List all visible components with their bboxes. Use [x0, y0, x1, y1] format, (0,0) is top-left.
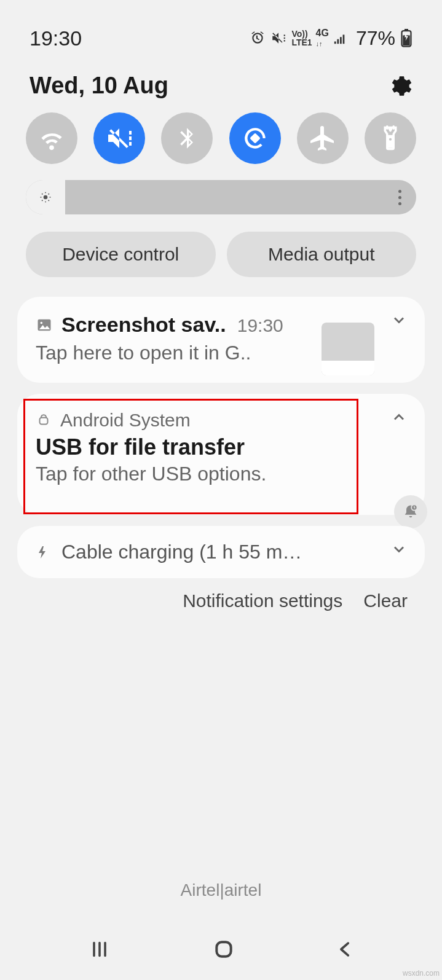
chevron-down-icon[interactable] [390, 312, 408, 329]
flashlight-toggle[interactable] [365, 112, 416, 164]
media-output-button[interactable]: Media output [227, 232, 417, 277]
gear-icon[interactable] [387, 73, 412, 99]
carrier-label: Airtel|airtel [0, 880, 442, 900]
notification-list: Screenshot sav.. 19:30 Tap here to open … [0, 277, 442, 578]
alarm-icon [250, 30, 266, 46]
battery-percent: 77% [356, 27, 395, 50]
flashlight-icon [377, 123, 403, 153]
chevron-down-icon[interactable] [390, 541, 408, 558]
svg-rect-17 [40, 418, 48, 425]
brightness-slider[interactable] [26, 180, 416, 214]
svg-point-5 [389, 138, 392, 141]
notification-actions: Notification settings Clear [0, 578, 442, 611]
date-row: Wed, 10 Aug [0, 61, 442, 104]
brightness-menu-icon[interactable] [398, 190, 401, 205]
battery-charging-icon [400, 29, 412, 47]
bell-history-icon [402, 503, 419, 520]
bluetooth-icon [175, 123, 199, 153]
notification-time: 19:30 [237, 315, 283, 336]
status-indicators: Vo))LTE1 4G↓↑ 77% [250, 27, 412, 50]
chevron-up-icon[interactable] [390, 409, 408, 426]
svg-line-12 [49, 200, 49, 201]
device-control-button[interactable]: Device control [26, 232, 216, 277]
svg-rect-4 [387, 135, 394, 148]
svg-rect-22 [216, 942, 231, 956]
date-text[interactable]: Wed, 10 Aug [30, 73, 168, 99]
android-icon [36, 412, 52, 428]
svg-rect-3 [250, 133, 261, 144]
notification-settings-button[interactable]: Notification settings [183, 590, 342, 611]
svg-point-6 [44, 195, 48, 200]
status-time: 19:30 [30, 26, 82, 50]
notification-thumbnail[interactable] [322, 323, 374, 375]
volte-icon: Vo))LTE1 [291, 29, 312, 47]
wifi-toggle[interactable] [26, 112, 77, 164]
home-button[interactable] [211, 937, 236, 962]
mute-icon [105, 123, 134, 153]
bluetooth-toggle[interactable] [161, 112, 213, 164]
control-pills: Device control Media output [0, 214, 442, 277]
back-button[interactable] [335, 938, 356, 961]
navigation-bar [0, 937, 442, 962]
airplane-toggle[interactable] [297, 112, 349, 164]
signal-icon [333, 31, 347, 45]
svg-line-11 [42, 194, 42, 194]
notification-title: USB for file transfer [36, 434, 406, 460]
status-bar: 19:30 Vo))LTE1 4G↓↑ 77% [0, 0, 442, 61]
airplane-icon [308, 123, 337, 153]
svg-line-13 [42, 200, 42, 201]
notification-usb[interactable]: Android System USB for file transfer Tap… [17, 394, 425, 515]
notification-screenshot[interactable]: Screenshot sav.. 19:30 Tap here to open … [17, 297, 425, 383]
4g-icon: 4G↓↑ [316, 28, 329, 48]
brightness-thumb[interactable] [26, 180, 65, 214]
notification-app-name: Android System [60, 410, 191, 431]
quick-toggles [0, 104, 442, 164]
bolt-icon [36, 543, 50, 562]
rotate-toggle[interactable] [229, 112, 281, 164]
svg-rect-1 [405, 29, 408, 31]
notification-title: Cable charging (1 h 55 m… [61, 541, 302, 563]
image-icon [36, 316, 53, 334]
wifi-icon [37, 124, 66, 152]
recents-button[interactable] [87, 938, 112, 960]
notification-title: Screenshot sav.. [61, 313, 226, 337]
sun-icon [39, 191, 52, 203]
notification-history-button[interactable] [394, 495, 427, 528]
svg-point-16 [41, 321, 43, 324]
notification-charging[interactable]: Cable charging (1 h 55 m… [17, 526, 425, 578]
svg-line-14 [49, 194, 49, 194]
notification-subtitle: Tap for other USB options. [36, 463, 406, 485]
mute-toggle[interactable] [93, 112, 145, 164]
mute-vibrate-icon [269, 30, 288, 46]
clear-button[interactable]: Clear [363, 590, 408, 611]
rotate-icon [240, 123, 270, 154]
watermark: wsxdn.com [403, 969, 440, 978]
